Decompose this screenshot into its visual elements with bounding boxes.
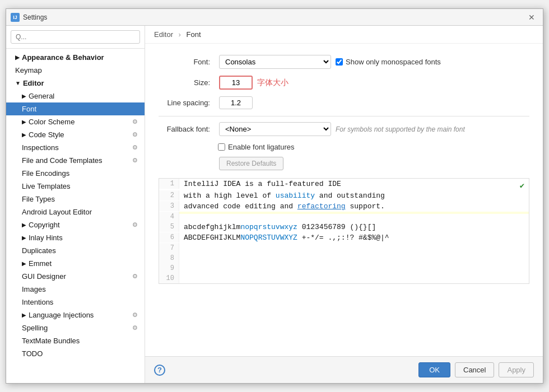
sidebar-item-images[interactable]: Images (6, 283, 145, 296)
sidebar-item-label: File Types (22, 195, 55, 203)
preview-line: 10 (159, 273, 529, 283)
sidebar-item-emmet[interactable]: ▶ Emmet (6, 257, 145, 270)
ligatures-row: Enable font ligatures (159, 143, 529, 151)
ok-button[interactable]: OK (418, 362, 450, 377)
close-button[interactable]: ✕ (525, 12, 538, 23)
settings-icon: ⚙ (132, 131, 138, 138)
settings-icon: ⚙ (132, 273, 138, 280)
line-code (179, 243, 529, 245)
apply-button[interactable]: Apply (499, 362, 534, 377)
line-number: 8 (159, 253, 179, 263)
sidebar-item-label: Live Templates (22, 182, 70, 190)
content-area: ▶ Appearance & Behavior Keymap ▼ Editor … (6, 26, 543, 383)
sidebar-item-live-templates[interactable]: Live Templates (6, 180, 145, 193)
chevron-right-icon: ▶ (22, 235, 26, 241)
restore-defaults-button[interactable]: Restore Defaults (219, 157, 283, 170)
preview-line: 4 (159, 212, 529, 222)
sidebar-item-label: Editor (23, 79, 44, 87)
sidebar-item-color-scheme[interactable]: ▶ Color Scheme ⚙ (6, 115, 145, 128)
line-number: 3 (159, 201, 179, 211)
sidebar-item-label: File Encodings (22, 169, 69, 178)
bottom-left: ? (154, 365, 165, 376)
chevron-right-icon: ▶ (22, 132, 26, 138)
breadcrumb-separator: › (179, 30, 181, 39)
sidebar-item-font[interactable]: Font (6, 102, 145, 115)
chevron-down-icon: ▼ (15, 80, 21, 86)
fallback-font-row: Fallback font: <None> For symbols not su… (159, 122, 529, 136)
fallback-font-select[interactable]: <None> (219, 122, 331, 136)
sidebar-item-copyright[interactable]: ▶ Copyright ⚙ (6, 218, 145, 231)
preview-line: 5 abcdefghijklmnopqrstuvwxyz 0123456789 … (159, 222, 529, 232)
sidebar-item-editor[interactable]: ▼ Editor (6, 77, 145, 90)
ligatures-text: Enable font ligatures (228, 143, 295, 151)
sidebar-item-label: TODO (22, 349, 43, 358)
breadcrumb-current: Font (187, 30, 201, 39)
monospaced-checkbox[interactable] (336, 58, 343, 66)
size-row: Size: 字体大小 (159, 76, 529, 90)
sidebar-item-android-layout-editor[interactable]: Android Layout Editor (6, 206, 145, 218)
sidebar-item-intentions[interactable]: Intentions (6, 296, 145, 309)
sidebar-item-file-code-templates[interactable]: File and Code Templates ⚙ (6, 154, 145, 167)
preview-line: 1 IntelliJ IDEA is a full-featured IDE ✔ (159, 179, 529, 190)
line-code: IntelliJ IDEA is a full-featured IDE (179, 179, 515, 189)
sidebar-item-label: Keymap (15, 66, 42, 74)
size-annotation: 字体大小 (257, 78, 289, 88)
sidebar-item-label: File and Code Templates (22, 156, 103, 165)
sidebar-item-appearance[interactable]: ▶ Appearance & Behavior (6, 51, 145, 64)
sidebar-item-inlay-hints[interactable]: ▶ Inlay Hints (6, 231, 145, 244)
sidebar-item-label: Duplicates (22, 246, 56, 255)
sidebar-item-label: Spelling (22, 324, 48, 332)
chevron-right-icon: ▶ (15, 54, 20, 60)
line-number: 10 (159, 273, 179, 283)
cancel-button[interactable]: Cancel (455, 362, 494, 377)
sidebar-item-gui-designer[interactable]: GUI Designer ⚙ (6, 270, 145, 283)
sidebar-item-label: Emmet (29, 259, 52, 268)
search-bar (6, 26, 145, 49)
font-row: Font: Consolas Show only monospaced font… (159, 55, 529, 69)
line-code: with a high level of usability and outst… (179, 190, 529, 201)
settings-icon: ⚙ (132, 311, 138, 319)
search-input[interactable] (11, 30, 140, 44)
sidebar-item-spelling[interactable]: Spelling ⚙ (6, 321, 145, 334)
ligatures-label[interactable]: Enable font ligatures (218, 143, 295, 151)
window-title: Settings (23, 13, 47, 21)
sidebar-item-duplicates[interactable]: Duplicates (6, 244, 145, 257)
ligatures-checkbox[interactable] (218, 143, 225, 151)
title-bar: IJ Settings ✕ (6, 9, 543, 26)
size-input[interactable] (219, 76, 253, 90)
line-spacing-label: Line spacing: (159, 99, 215, 107)
preview-line: 6 ABCDEFGHIJKLMNOPQRSTUVWXYZ +-*/= .,;:!… (159, 232, 529, 243)
font-label: Font: (159, 58, 215, 66)
chevron-right-icon: ▶ (22, 93, 26, 99)
preview-line: 9 (159, 263, 529, 273)
bottom-bar: ? OK Cancel Apply (145, 356, 543, 383)
settings-icon: ⚙ (132, 118, 138, 125)
line-code (179, 253, 529, 255)
restore-row: Restore Defaults (159, 157, 529, 170)
sidebar-item-todo[interactable]: TODO (6, 347, 145, 360)
line-code: abcdefghijklmnopqrstuvwxyz 0123456789 ()… (179, 222, 529, 232)
sidebar-item-code-style[interactable]: ▶ Code Style ⚙ (6, 128, 145, 141)
app-icon: IJ (11, 13, 20, 22)
sidebar-item-inspections[interactable]: Inspections ⚙ (6, 141, 145, 154)
sidebar-item-label: General (29, 92, 54, 100)
sidebar-item-language-injections[interactable]: ▶ Language Injections ⚙ (6, 309, 145, 321)
line-code: ABCDEFGHIJKLMNOPQRSTUVWXYZ +-*/= .,;:!? … (179, 232, 529, 243)
settings-icon: ⚙ (132, 157, 138, 164)
settings-icon: ⚙ (132, 144, 138, 151)
check-icon: ✔ (520, 181, 524, 190)
sidebar-item-textmate-bundles[interactable]: TextMate Bundles (6, 334, 145, 347)
monospaced-text: Show only monospaced fonts (346, 58, 441, 66)
sidebar-item-label: Inlay Hints (29, 234, 63, 242)
settings-icon: ⚙ (132, 221, 138, 228)
sidebar-item-general[interactable]: ▶ General (6, 90, 145, 102)
sidebar-item-file-types[interactable]: File Types (6, 193, 145, 206)
help-button[interactable]: ? (154, 365, 165, 376)
sidebar-item-file-encodings[interactable]: File Encodings (6, 167, 145, 180)
sidebar-item-keymap[interactable]: Keymap (6, 64, 145, 77)
font-select[interactable]: Consolas (219, 55, 331, 69)
sidebar-item-label: Inspections (22, 143, 59, 152)
monospaced-label[interactable]: Show only monospaced fonts (336, 58, 441, 66)
line-spacing-input[interactable] (219, 96, 253, 109)
breadcrumb-parent: Editor (154, 30, 173, 39)
